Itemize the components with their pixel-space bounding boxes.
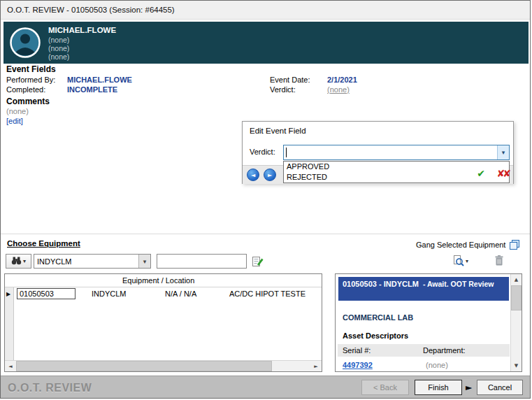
edit-filter-button[interactable] — [250, 255, 264, 269]
popup-title: Edit Event Field — [250, 127, 306, 135]
equipment-table: Equipment / Location ▶ 01050503 INDYCLM … — [4, 273, 322, 372]
performed-by-label: Performed By: — [6, 76, 55, 84]
equipment-type-combobox[interactable]: INDYCLM ▾ — [34, 254, 151, 269]
vertical-scrollbar-thumb[interactable] — [511, 285, 522, 310]
completed-value: INCOMPLETE — [67, 85, 117, 94]
chevron-down-icon[interactable]: ▾ — [138, 255, 150, 268]
back-button: < Back — [361, 380, 409, 395]
find-equipment-button[interactable]: ▾ — [6, 254, 31, 269]
user-detail-line: (none) — [48, 36, 69, 44]
equipment-model-cell: INDYCLM — [92, 290, 127, 298]
wizard-footer: O.O.T. REVIEW < Back Finish ► Cancel — [1, 376, 530, 399]
edit-note-icon — [252, 255, 264, 269]
next-arrow-icon: ► — [466, 383, 472, 392]
gang-selected-equipment-label: Gang Selected Equipment — [416, 241, 505, 249]
current-row-marker-icon: ▶ — [6, 291, 10, 297]
confirm-check-icon[interactable]: ✔ — [477, 168, 485, 179]
user-avatar-icon — [10, 27, 41, 58]
dropdown-option-rejected[interactable]: REJECTED — [284, 172, 509, 183]
descriptor-labels-row: Serial #: Department: — [338, 344, 510, 357]
user-banner: MICHAEL.FLOWE (none) (none) (none) — [3, 22, 529, 64]
verdict-combobox[interactable]: ▾ — [283, 145, 510, 160]
user-detail-line: (none) — [48, 52, 69, 61]
equipment-description-cell: AC/DC HIPOT TESTE — [229, 290, 305, 298]
row-selector-gutter: ▶ — [5, 287, 14, 360]
chevron-down-icon[interactable]: ▾ — [23, 258, 26, 264]
serial-value-link[interactable]: 4497392 — [343, 361, 373, 369]
verdict-field-label: Verdict: — [250, 148, 275, 156]
chevron-down-icon[interactable]: ▾ — [466, 258, 468, 264]
equipment-location-cell: N/A / N/A — [165, 290, 196, 298]
equipment-table-row[interactable]: 01050503 INDYCLM N/A / N/A AC/DC HIPOT T… — [14, 287, 322, 301]
event-fields-heading: Event Fields — [6, 64, 56, 74]
wizard-step-title: O.O.T. REVIEW — [8, 382, 92, 394]
horizontal-scrollbar[interactable]: ◄ ► — [5, 360, 322, 371]
detail-title-status: - Await. OOT Review — [423, 280, 494, 288]
scroll-left-icon[interactable]: ◄ — [5, 361, 16, 371]
binoculars-icon — [11, 256, 22, 266]
department-value: (none) — [426, 361, 448, 369]
equipment-location-header: Equipment / Location — [122, 276, 194, 285]
section-divider — [1, 234, 530, 234]
detail-panel-header: 01050503 - INDYCLM - Await. OOT Review — [338, 277, 509, 301]
dropdown-option-approved[interactable]: APPROVED — [284, 162, 509, 172]
user-name: MICHAEL.FLOWE — [48, 26, 116, 34]
gang-equipment-icon[interactable] — [509, 239, 520, 252]
detail-lab-name: COMMERCIAL LAB — [343, 313, 413, 322]
performed-by-value: MICHAEL.FLOWE — [67, 76, 132, 84]
user-detail-line: (none) — [48, 44, 69, 52]
preview-magnifier-icon — [452, 255, 464, 268]
scroll-right-icon[interactable]: ► — [310, 361, 322, 371]
serial-label: Serial #: — [343, 346, 371, 355]
oot-review-window: O.O.T. REVIEW - 01050503 (Session: #6445… — [0, 0, 531, 399]
comments-value: (none) — [6, 107, 29, 115]
equipment-detail-panel: 01050503 - INDYCLM - Await. OOT Review C… — [335, 273, 522, 372]
equipment-search-input[interactable] — [157, 254, 247, 269]
equipment-type-value: INDYCLM — [34, 257, 138, 266]
scroll-down-icon[interactable]: ▼ — [511, 360, 522, 371]
vertical-scrollbar[interactable]: ▲ ▼ — [510, 274, 522, 371]
prev-record-button[interactable]: ◄ — [247, 169, 259, 181]
preview-equipment-button[interactable]: ▾ — [449, 254, 472, 268]
equipment-id-cell[interactable]: 01050503 — [17, 288, 76, 299]
finish-button[interactable]: Finish — [415, 380, 462, 395]
comments-heading: Comments — [6, 97, 50, 106]
equipment-table-header: Equipment / Location — [5, 274, 322, 287]
next-record-button[interactable]: ► — [264, 169, 276, 181]
cancel-x-icon[interactable]: ✘✘ — [497, 168, 509, 179]
delete-equipment-button[interactable] — [493, 254, 505, 268]
department-label: Department: — [423, 346, 466, 355]
event-date-value: 2/1/2021 — [327, 76, 357, 84]
asset-descriptors-heading: Asset Descriptors — [343, 331, 408, 340]
window-titlebar: O.O.T. REVIEW - 01050503 (Session: #6445… — [1, 1, 530, 20]
trash-icon — [494, 255, 504, 268]
event-date-label: Event Date: — [270, 76, 310, 84]
horizontal-scrollbar-thumb[interactable] — [16, 361, 272, 371]
completed-label: Completed: — [6, 85, 45, 94]
choose-equipment-heading[interactable]: Choose Equipment — [7, 239, 80, 248]
verdict-dropdown-list: APPROVED REJECTED — [283, 161, 510, 183]
verdict-value-link[interactable]: (none) — [327, 85, 350, 94]
edit-event-field-popup: Edit Event Field Verdict: ▾ ◄ ► ✔ ✘✘ APP… — [242, 121, 514, 184]
chevron-down-icon[interactable]: ▾ — [497, 145, 509, 159]
detail-title-main: 01050503 - INDYCLM — [343, 280, 419, 288]
comments-edit-link[interactable]: [edit] — [6, 117, 23, 125]
cancel-button[interactable]: Cancel — [477, 380, 523, 395]
text-cursor — [286, 148, 287, 157]
scroll-up-icon[interactable]: ▲ — [511, 274, 522, 285]
verdict-label: Verdict: — [270, 85, 296, 94]
window-title: O.O.T. REVIEW - 01050503 (Session: #6445… — [7, 6, 175, 14]
